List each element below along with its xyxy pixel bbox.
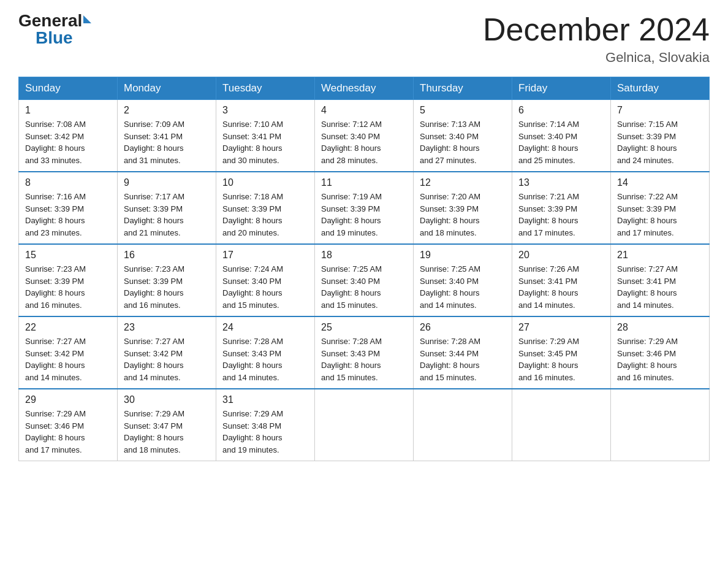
day-number: 28 (617, 322, 703, 333)
calendar-cell (512, 389, 611, 461)
location: Gelnica, Slovakia (483, 50, 710, 66)
day-info: Sunrise: 7:13 AMSunset: 3:40 PMDaylight:… (420, 118, 506, 166)
logo: General Blue (18, 12, 91, 47)
day-info: Sunrise: 7:29 AMSunset: 3:46 PMDaylight:… (617, 335, 703, 383)
day-number: 27 (518, 322, 604, 333)
column-header-friday: Friday (512, 77, 611, 100)
calendar-cell: 29 Sunrise: 7:29 AMSunset: 3:46 PMDaylig… (19, 389, 118, 461)
day-number: 9 (124, 177, 210, 188)
day-info: Sunrise: 7:23 AMSunset: 3:39 PMDaylight:… (124, 263, 210, 311)
day-number: 22 (25, 322, 111, 333)
day-number: 2 (124, 105, 210, 116)
calendar-cell: 24 Sunrise: 7:28 AMSunset: 3:43 PMDaylig… (216, 316, 315, 389)
calendar-cell: 5 Sunrise: 7:13 AMSunset: 3:40 PMDayligh… (414, 100, 512, 172)
day-info: Sunrise: 7:25 AMSunset: 3:40 PMDaylight:… (420, 263, 506, 311)
day-info: Sunrise: 7:28 AMSunset: 3:43 PMDaylight:… (222, 335, 308, 383)
calendar-cell: 21 Sunrise: 7:27 AMSunset: 3:41 PMDaylig… (611, 244, 710, 316)
day-number: 21 (617, 250, 703, 261)
day-number: 19 (420, 250, 506, 261)
day-number: 1 (25, 105, 111, 116)
column-header-monday: Monday (118, 77, 216, 100)
day-info: Sunrise: 7:24 AMSunset: 3:40 PMDaylight:… (222, 263, 308, 311)
calendar-cell: 22 Sunrise: 7:27 AMSunset: 3:42 PMDaylig… (19, 316, 118, 389)
calendar-cell: 12 Sunrise: 7:20 AMSunset: 3:39 PMDaylig… (414, 172, 512, 244)
calendar-cell (315, 389, 414, 461)
day-number: 4 (321, 105, 407, 116)
day-number: 18 (321, 250, 407, 261)
calendar-cell: 4 Sunrise: 7:12 AMSunset: 3:40 PMDayligh… (315, 100, 414, 172)
calendar-cell: 6 Sunrise: 7:14 AMSunset: 3:40 PMDayligh… (512, 100, 611, 172)
column-header-thursday: Thursday (414, 77, 512, 100)
day-info: Sunrise: 7:17 AMSunset: 3:39 PMDaylight:… (124, 191, 210, 239)
logo-general-text: General (18, 12, 82, 29)
day-info: Sunrise: 7:20 AMSunset: 3:39 PMDaylight:… (420, 191, 506, 239)
calendar-cell (611, 389, 710, 461)
day-info: Sunrise: 7:09 AMSunset: 3:41 PMDaylight:… (124, 118, 210, 166)
calendar-cell: 30 Sunrise: 7:29 AMSunset: 3:47 PMDaylig… (118, 389, 216, 461)
day-info: Sunrise: 7:19 AMSunset: 3:39 PMDaylight:… (321, 191, 407, 239)
calendar-cell: 27 Sunrise: 7:29 AMSunset: 3:45 PMDaylig… (512, 316, 611, 389)
day-number: 31 (222, 394, 308, 405)
day-number: 3 (222, 105, 308, 116)
calendar-week-row: 15 Sunrise: 7:23 AMSunset: 3:39 PMDaylig… (19, 244, 710, 316)
calendar-cell: 14 Sunrise: 7:22 AMSunset: 3:39 PMDaylig… (611, 172, 710, 244)
day-number: 13 (518, 177, 604, 188)
day-number: 16 (124, 250, 210, 261)
day-info: Sunrise: 7:27 AMSunset: 3:41 PMDaylight:… (617, 263, 703, 311)
day-info: Sunrise: 7:14 AMSunset: 3:40 PMDaylight:… (518, 118, 604, 166)
day-number: 15 (25, 250, 111, 261)
calendar-cell: 25 Sunrise: 7:28 AMSunset: 3:43 PMDaylig… (315, 316, 414, 389)
day-number: 11 (321, 177, 407, 188)
column-header-sunday: Sunday (19, 77, 118, 100)
column-header-wednesday: Wednesday (315, 77, 414, 100)
calendar-week-row: 1 Sunrise: 7:08 AMSunset: 3:42 PMDayligh… (19, 100, 710, 172)
day-number: 20 (518, 250, 604, 261)
day-number: 7 (617, 105, 703, 116)
day-info: Sunrise: 7:16 AMSunset: 3:39 PMDaylight:… (25, 191, 111, 239)
calendar-cell: 19 Sunrise: 7:25 AMSunset: 3:40 PMDaylig… (414, 244, 512, 316)
day-info: Sunrise: 7:27 AMSunset: 3:42 PMDaylight:… (25, 335, 111, 383)
calendar-cell: 8 Sunrise: 7:16 AMSunset: 3:39 PMDayligh… (19, 172, 118, 244)
calendar-cell: 7 Sunrise: 7:15 AMSunset: 3:39 PMDayligh… (611, 100, 710, 172)
calendar-cell: 2 Sunrise: 7:09 AMSunset: 3:41 PMDayligh… (118, 100, 216, 172)
day-info: Sunrise: 7:28 AMSunset: 3:43 PMDaylight:… (321, 335, 407, 383)
day-info: Sunrise: 7:10 AMSunset: 3:41 PMDaylight:… (222, 118, 308, 166)
day-info: Sunrise: 7:12 AMSunset: 3:40 PMDaylight:… (321, 118, 407, 166)
title-area: December 2024 Gelnica, Slovakia (483, 12, 710, 66)
day-number: 24 (222, 322, 308, 333)
calendar-cell: 10 Sunrise: 7:18 AMSunset: 3:39 PMDaylig… (216, 172, 315, 244)
day-info: Sunrise: 7:15 AMSunset: 3:39 PMDaylight:… (617, 118, 703, 166)
day-info: Sunrise: 7:21 AMSunset: 3:39 PMDaylight:… (518, 191, 604, 239)
day-info: Sunrise: 7:27 AMSunset: 3:42 PMDaylight:… (124, 335, 210, 383)
day-number: 17 (222, 250, 308, 261)
column-header-tuesday: Tuesday (216, 77, 315, 100)
calendar-cell: 15 Sunrise: 7:23 AMSunset: 3:39 PMDaylig… (19, 244, 118, 316)
day-info: Sunrise: 7:18 AMSunset: 3:39 PMDaylight:… (222, 191, 308, 239)
calendar-cell (414, 389, 512, 461)
calendar-cell: 3 Sunrise: 7:10 AMSunset: 3:41 PMDayligh… (216, 100, 315, 172)
day-number: 29 (25, 394, 111, 405)
day-number: 6 (518, 105, 604, 116)
day-number: 12 (420, 177, 506, 188)
calendar-cell: 1 Sunrise: 7:08 AMSunset: 3:42 PMDayligh… (19, 100, 118, 172)
calendar-table: SundayMondayTuesdayWednesdayThursdayFrid… (18, 77, 710, 461)
day-info: Sunrise: 7:29 AMSunset: 3:47 PMDaylight:… (124, 408, 210, 456)
day-info: Sunrise: 7:08 AMSunset: 3:42 PMDaylight:… (25, 118, 111, 166)
calendar-week-row: 8 Sunrise: 7:16 AMSunset: 3:39 PMDayligh… (19, 172, 710, 244)
calendar-week-row: 22 Sunrise: 7:27 AMSunset: 3:42 PMDaylig… (19, 316, 710, 389)
calendar-cell: 17 Sunrise: 7:24 AMSunset: 3:40 PMDaylig… (216, 244, 315, 316)
day-number: 14 (617, 177, 703, 188)
calendar-cell: 11 Sunrise: 7:19 AMSunset: 3:39 PMDaylig… (315, 172, 414, 244)
calendar-cell: 16 Sunrise: 7:23 AMSunset: 3:39 PMDaylig… (118, 244, 216, 316)
calendar-cell: 9 Sunrise: 7:17 AMSunset: 3:39 PMDayligh… (118, 172, 216, 244)
calendar-week-row: 29 Sunrise: 7:29 AMSunset: 3:46 PMDaylig… (19, 389, 710, 461)
day-number: 10 (222, 177, 308, 188)
day-info: Sunrise: 7:23 AMSunset: 3:39 PMDaylight:… (25, 263, 111, 311)
day-info: Sunrise: 7:22 AMSunset: 3:39 PMDaylight:… (617, 191, 703, 239)
logo-blue-text: Blue (36, 29, 73, 47)
calendar-header-row: SundayMondayTuesdayWednesdayThursdayFrid… (19, 77, 710, 100)
day-number: 25 (321, 322, 407, 333)
page-header: General Blue December 2024 Gelnica, Slov… (18, 12, 710, 66)
calendar-cell: 13 Sunrise: 7:21 AMSunset: 3:39 PMDaylig… (512, 172, 611, 244)
calendar-cell: 28 Sunrise: 7:29 AMSunset: 3:46 PMDaylig… (611, 316, 710, 389)
